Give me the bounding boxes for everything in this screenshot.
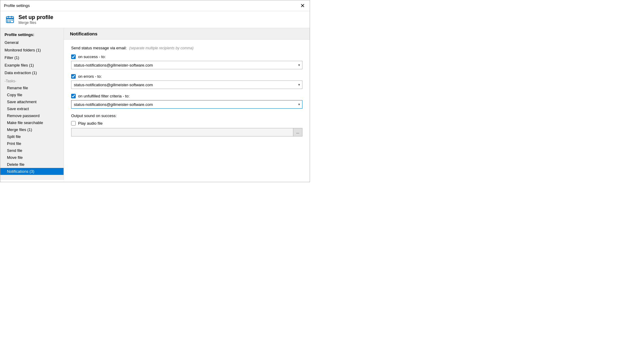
sidebar-item-notifications[interactable]: Notifications (3)	[0, 168, 64, 175]
on-success-email-dropdown[interactable]: status-notifications@gillmeister-softwar…	[71, 61, 302, 69]
browse-button[interactable]: ...	[293, 128, 302, 136]
page-title: Set up profile	[18, 14, 53, 21]
on-errors-email-row: status-notifications@gillmeister-softwar…	[71, 80, 302, 89]
sidebar-item-save-extract[interactable]: Save extract	[0, 105, 64, 112]
sidebar-item-print-file[interactable]: Print file	[0, 140, 64, 147]
send-status-label: Send status message via email:	[71, 46, 127, 50]
svg-rect-2	[8, 16, 9, 18]
svg-rect-4	[7, 20, 8, 21]
profile-icon	[5, 15, 15, 25]
window-title: Profile settings	[4, 3, 30, 8]
on-unfulfilled-checkbox-row: on unfulfilled filter criteria - to:	[71, 94, 302, 98]
sidebar: Profile settings: General Monitored fold…	[0, 28, 64, 180]
audio-file-input[interactable]	[71, 128, 293, 136]
play-audio-checkbox-row: Play audio file	[71, 121, 302, 126]
sidebar-item-remove-password[interactable]: Remove password	[0, 112, 64, 119]
close-button[interactable]: ✕	[299, 3, 306, 8]
svg-rect-5	[9, 20, 11, 21]
on-unfulfilled-email-dropdown[interactable]: status-notifications@gillmeister-softwar…	[71, 100, 302, 109]
header-area: Set up profile Merge files	[0, 11, 310, 28]
title-bar: Profile settings ✕	[0, 0, 310, 11]
svg-rect-6	[12, 20, 13, 21]
sidebar-item-split-file[interactable]: Split file	[0, 133, 64, 140]
audio-input-row: ...	[71, 128, 302, 136]
on-unfulfilled-label[interactable]: on unfulfilled filter criteria - to:	[78, 94, 130, 98]
sidebar-item-move-file[interactable]: Move file	[0, 154, 64, 161]
on-success-email-row: status-notifications@gillmeister-softwar…	[71, 61, 302, 69]
tasks-label: -Tasks-	[0, 77, 64, 84]
on-unfulfilled-email-row: status-notifications@gillmeister-softwar…	[71, 100, 302, 109]
svg-rect-3	[11, 16, 12, 18]
play-audio-label[interactable]: Play audio file	[78, 121, 103, 126]
main-layout: Profile settings: General Monitored fold…	[0, 28, 310, 180]
content-header: Notifications	[64, 28, 310, 40]
content-panel: Notifications Send status message via em…	[64, 28, 310, 180]
on-success-checkbox[interactable]	[71, 54, 76, 59]
sidebar-item-monitored-folders[interactable]: Monitored folders (1)	[0, 46, 64, 54]
send-status-hint: (separate multiple recipients by comma)	[129, 46, 194, 50]
svg-rect-8	[9, 21, 11, 22]
svg-rect-7	[7, 21, 8, 22]
sidebar-item-data-extraction[interactable]: Data extraction (1)	[0, 69, 64, 77]
sidebar-item-example-files[interactable]: Example files (1)	[0, 61, 64, 69]
on-success-label[interactable]: on success - to:	[78, 54, 106, 59]
content-body: Send status message via email: (separate…	[64, 40, 310, 143]
output-sound-label: Output sound on success:	[71, 113, 302, 118]
page-subtitle: Merge files	[18, 21, 53, 25]
audio-section: Output sound on success: Play audio file…	[71, 113, 302, 136]
on-unfulfilled-checkbox[interactable]	[71, 94, 76, 98]
sidebar-item-delete-file[interactable]: Delete file	[0, 161, 64, 168]
on-errors-checkbox[interactable]	[71, 74, 76, 79]
sidebar-item-make-file-searchable[interactable]: Make file searchable	[0, 119, 64, 126]
sidebar-item-send-file[interactable]: Send file	[0, 147, 64, 154]
sidebar-item-rename-file[interactable]: Rename file	[0, 84, 64, 91]
sidebar-item-save-attachment[interactable]: Save attachment	[0, 98, 64, 105]
sidebar-item-copy-file[interactable]: Copy file	[0, 91, 64, 98]
sidebar-item-merge-files[interactable]: Merge files (1)	[0, 126, 64, 133]
on-errors-label[interactable]: on errors - to:	[78, 74, 102, 79]
play-audio-checkbox[interactable]	[71, 121, 76, 126]
on-success-checkbox-row: on success - to:	[71, 54, 302, 59]
on-errors-email-dropdown[interactable]: status-notifications@gillmeister-softwar…	[71, 80, 302, 89]
sidebar-item-filter[interactable]: Filter (1)	[0, 54, 64, 61]
sidebar-section-title: Profile settings:	[0, 31, 64, 39]
header-text-block: Set up profile Merge files	[18, 14, 53, 25]
svg-rect-1	[6, 18, 14, 19]
sidebar-item-general[interactable]: General	[0, 39, 64, 46]
send-status-row: Send status message via email: (separate…	[71, 46, 302, 50]
on-errors-checkbox-row: on errors - to:	[71, 74, 302, 79]
